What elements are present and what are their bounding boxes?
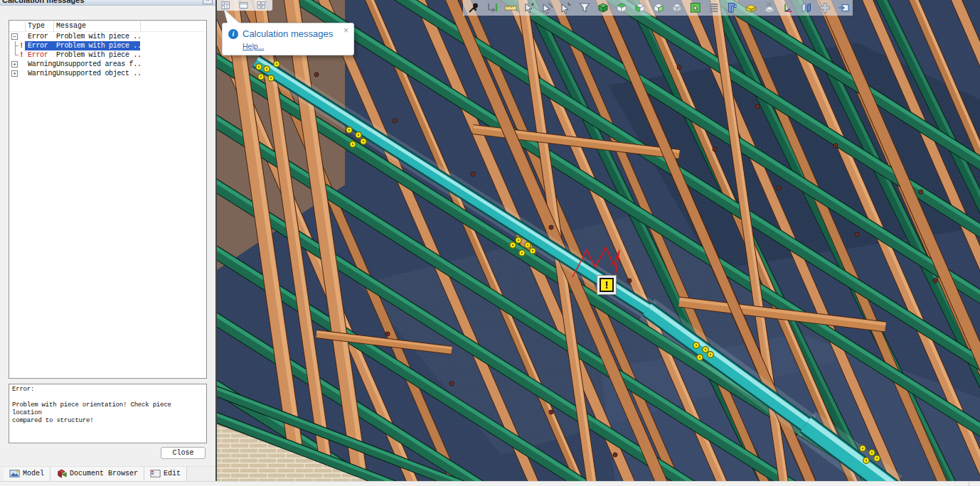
document-browser-icon — [56, 468, 67, 479]
close-button[interactable]: Close — [161, 447, 206, 459]
calculation-messages-panel: Calculation messages × Type Message −Err… — [0, 0, 215, 481]
list-icon[interactable] — [708, 1, 720, 14]
tile-views-icon[interactable] — [257, 1, 266, 10]
beam-profile-icon[interactable] — [726, 1, 739, 14]
popup-tail — [223, 9, 245, 24]
cube-gray-icon[interactable] — [671, 1, 683, 14]
message-type: Warning — [28, 60, 56, 69]
message-type: Warning — [28, 69, 56, 78]
export-box-icon[interactable] — [837, 1, 850, 14]
message-type: Error — [28, 50, 48, 60]
message-row[interactable]: +WarningUnsupported areas f... — [9, 60, 206, 69]
message-rows: −ErrorProblem with piece ...!ErrorProble… — [9, 32, 206, 378]
delete-box-icon[interactable] — [763, 1, 776, 14]
message-text: Unsupported areas f... — [56, 60, 140, 69]
panel-close-icon[interactable]: × — [203, 0, 213, 4]
plates-icon[interactable] — [800, 1, 813, 14]
cube-edge-icon[interactable] — [652, 1, 665, 14]
select-line-icon[interactable] — [541, 1, 554, 14]
select-point-icon[interactable] — [523, 1, 536, 14]
pin-icon[interactable] — [467, 1, 480, 14]
popup-title: Calculation messages — [243, 28, 333, 39]
error-badge-icon: ! — [19, 50, 23, 60]
tab-label: Model — [23, 470, 44, 477]
message-type: Error — [28, 41, 48, 50]
popup-close-icon[interactable]: × — [343, 26, 348, 36]
help-link[interactable]: Help... — [243, 42, 264, 50]
cube-solid-icon[interactable] — [597, 1, 609, 14]
messages-list: Type Message −ErrorProblem with piece ..… — [9, 20, 207, 379]
message-text: Unsupported object ... — [56, 69, 140, 78]
filter-icon[interactable] — [578, 1, 591, 14]
list-header: Type Message — [9, 21, 206, 32]
error-badge-icon: ! — [19, 41, 23, 50]
select-pen-icon[interactable] — [560, 1, 572, 14]
message-row[interactable]: −ErrorProblem with piece ... — [9, 32, 206, 41]
tab-model[interactable]: Model — [4, 467, 50, 481]
plus-icon[interactable] — [819, 1, 831, 14]
status-divider — [969, 482, 969, 486]
model-icon — [9, 468, 20, 479]
panel-title-bar[interactable]: Calculation messages × — [0, 0, 215, 6]
message-text: Problem with piece ... — [56, 50, 140, 60]
panel-title: Calculation messages — [2, 0, 85, 4]
calculation-messages-popup[interactable]: i Calculation messages × Help... — [222, 23, 354, 55]
message-row[interactable]: !ErrorProblem with piece ... — [9, 41, 206, 50]
expand-box-icon[interactable]: + — [11, 61, 18, 68]
select-area-icon[interactable] — [689, 1, 702, 14]
cube-top-icon[interactable] — [615, 1, 628, 14]
error-detail-text: Error: Problem with piece orientation! C… — [9, 384, 207, 443]
column-header-type: Type — [28, 21, 45, 32]
tab-document-browser[interactable]: Document Browser — [50, 467, 144, 481]
warning-marker[interactable]: ! — [600, 278, 614, 292]
main-toolbar — [463, 0, 853, 16]
ruler-icon[interactable] — [504, 1, 517, 14]
message-row[interactable]: +WarningUnsupported object ... — [9, 69, 206, 78]
message-text: Problem with piece ... — [56, 41, 140, 50]
axes-icon[interactable] — [782, 1, 794, 14]
model-viewport[interactable]: i Calculation messages × Help... ! — [215, 0, 980, 481]
info-icon: i — [228, 29, 238, 39]
tray-icon[interactable] — [745, 1, 757, 14]
message-type: Error — [28, 32, 48, 41]
collapse-box-icon[interactable]: − — [11, 33, 18, 40]
edit-icon — [150, 468, 161, 479]
column-header-message: Message — [56, 21, 86, 32]
tab-label: Document Browser — [70, 470, 138, 477]
cube-front-icon[interactable] — [634, 1, 646, 14]
model-3d-view[interactable] — [217, 0, 980, 481]
bottom-tab-bar: ModelDocument BrowserEdit — [0, 466, 215, 481]
snap-arrow-icon[interactable] — [486, 1, 499, 14]
application-window: Calculation messages × Type Message −Err… — [0, 0, 980, 486]
message-row[interactable]: !ErrorProblem with piece ... — [9, 50, 206, 60]
message-text: Problem with piece ... — [56, 32, 140, 41]
expand-box-icon[interactable]: + — [11, 70, 18, 77]
status-bar — [0, 481, 980, 486]
tab-edit[interactable]: Edit — [144, 467, 187, 481]
tab-label: Edit — [164, 470, 181, 477]
